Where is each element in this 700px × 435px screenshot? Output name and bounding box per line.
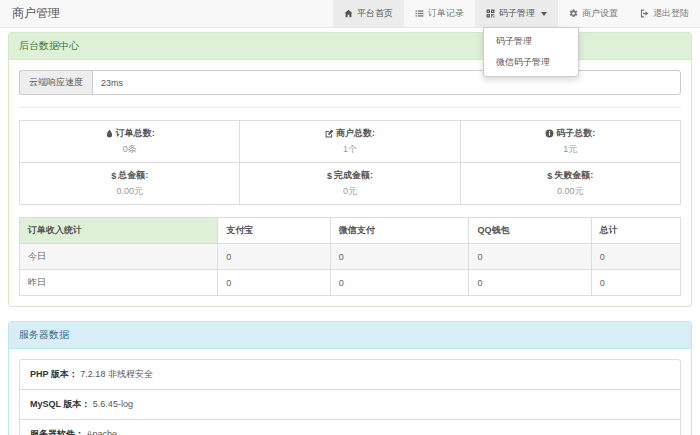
dropdown-item-code-management[interactable]: 码子管理 — [484, 31, 578, 52]
nav-item-order-records[interactable]: 订单记录 — [404, 0, 475, 27]
cell-value: 0 — [469, 270, 591, 296]
server-data-panel: 服务器数据 PHP 版本： 7.2.18 非线程安全 MySQL 版本： 5.6… — [8, 321, 692, 435]
stat-cell-total-amount: $ 总金额: 0.00元 — [20, 163, 240, 205]
stat-cell-order-total: 订单总数: 0条 — [20, 121, 240, 163]
nav-item-label: 商户设置 — [582, 7, 618, 20]
list-item-value: 7.2.18 非线程安全 — [80, 369, 153, 379]
dollar-icon: $ — [547, 171, 552, 181]
list-item-value: Apache — [87, 429, 118, 435]
data-center-panel: 后台数据中心 云端响应速度 订单总数: 0条 — [8, 32, 692, 307]
response-speed-input[interactable] — [92, 70, 681, 95]
edit-icon — [325, 129, 334, 138]
cell-value: 0 — [591, 244, 680, 270]
server-data-panel-title: 服务器数据 — [9, 322, 691, 349]
stat-value: 0条 — [24, 143, 235, 156]
tint-icon — [105, 129, 114, 138]
stat-cell-failed-amount: $ 失败金额: 0.00元 — [460, 163, 680, 205]
stat-value: 0.00元 — [24, 185, 235, 198]
gear-icon — [569, 9, 578, 18]
stat-cell-completed-amount: $ 完成金额: 0元 — [240, 163, 460, 205]
stat-label: 码子总数: — [556, 127, 595, 140]
stat-value: 1元 — [465, 143, 676, 156]
server-data-panel-body: PHP 版本： 7.2.18 非线程安全 MySQL 版本： 5.6.45-lo… — [9, 349, 691, 435]
cell-value: 0 — [330, 244, 469, 270]
nav-item-code-management[interactable]: 码子管理 — [475, 0, 558, 27]
stat-label: 失败金额: — [554, 169, 593, 182]
main-content: 后台数据中心 云端响应速度 订单总数: 0条 — [0, 28, 700, 435]
table-row-today: 今日 0 0 0 0 — [20, 244, 681, 270]
stat-label: 完成金额: — [334, 169, 373, 182]
stat-label: 商户总数: — [336, 127, 375, 140]
cell-value: 0 — [218, 244, 330, 270]
nav-item-label: 码子管理 — [499, 7, 535, 20]
nav-item-label: 平台首页 — [357, 7, 393, 20]
list-item-label: MySQL 版本： — [30, 399, 90, 409]
navbar-menu: 平台首页 订单记录 码子管理 商户设置 退出登陆 — [333, 0, 700, 27]
nav-item-platform-home[interactable]: 平台首页 — [333, 0, 404, 27]
income-table-title: 订单收入统计 — [20, 218, 218, 244]
cell-value: 0 — [218, 270, 330, 296]
qrcode-icon — [486, 9, 495, 18]
nav-item-logout[interactable]: 退出登陆 — [629, 0, 700, 27]
nav-item-merchant-settings[interactable]: 商户设置 — [558, 0, 629, 27]
list-item-label: 服务器软件： — [30, 429, 84, 435]
dollar-icon: $ — [327, 171, 332, 181]
chevron-down-icon — [541, 12, 547, 16]
app-title: 商户管理 — [0, 0, 72, 27]
column-header-qq-wallet: QQ钱包 — [469, 218, 591, 244]
cell-value: 0 — [330, 270, 469, 296]
row-label: 昨日 — [20, 270, 218, 296]
stat-value: 0.00元 — [465, 185, 676, 198]
home-icon — [344, 9, 353, 18]
list-item-server-software: 服务器软件： Apache — [20, 420, 680, 435]
stats-table: 订单总数: 0条 商户总数: 1个 码子总数 — [19, 120, 681, 205]
sign-out-icon — [640, 9, 649, 18]
data-center-panel-body: 云端响应速度 订单总数: 0条 商 — [9, 60, 691, 306]
column-header-wechat-pay: 微信支付 — [330, 218, 469, 244]
stat-label: 订单总数: — [116, 127, 155, 140]
server-info-list: PHP 版本： 7.2.18 非线程安全 MySQL 版本： 5.6.45-lo… — [19, 359, 681, 435]
cell-value: 0 — [469, 244, 591, 270]
column-header-total: 总计 — [591, 218, 680, 244]
top-navbar: 商户管理 平台首页 订单记录 码子管理 商户设置 退出登陆 码子管理 微信码子管… — [0, 0, 700, 28]
dropdown-item-wechat-code-management[interactable]: 微信码子管理 — [484, 52, 578, 73]
dollar-icon: $ — [111, 171, 116, 181]
row-label: 今日 — [20, 244, 218, 270]
stat-cell-code-total: 码子总数: 1元 — [460, 121, 680, 163]
response-speed-label: 云端响应速度 — [19, 70, 92, 95]
stat-value: 0元 — [244, 185, 455, 198]
code-management-dropdown: 码子管理 微信码子管理 — [483, 27, 579, 77]
list-item-label: PHP 版本： — [30, 369, 78, 379]
data-center-panel-title: 后台数据中心 — [9, 33, 691, 60]
nav-item-label: 订单记录 — [428, 7, 464, 20]
cell-value: 0 — [591, 270, 680, 296]
table-row-yesterday: 昨日 0 0 0 0 — [20, 270, 681, 296]
response-speed-group: 云端响应速度 — [19, 70, 681, 95]
list-item-value: 5.6.45-log — [93, 399, 133, 409]
list-item-php-version: PHP 版本： 7.2.18 非线程安全 — [20, 360, 680, 390]
stat-value: 1个 — [244, 143, 455, 156]
stat-cell-merchant-total: 商户总数: 1个 — [240, 121, 460, 163]
income-table: 订单收入统计 支付宝 微信支付 QQ钱包 总计 今日 0 0 0 0 昨日 0 … — [19, 217, 681, 296]
income-table-header-row: 订单收入统计 支付宝 微信支付 QQ钱包 总计 — [20, 218, 681, 244]
info-circle-icon — [545, 129, 554, 138]
divider — [19, 107, 681, 108]
list-icon — [415, 9, 424, 18]
stat-label: 总金额: — [118, 169, 148, 182]
column-header-alipay: 支付宝 — [218, 218, 330, 244]
list-item-mysql-version: MySQL 版本： 5.6.45-log — [20, 390, 680, 420]
nav-item-label: 退出登陆 — [653, 7, 689, 20]
